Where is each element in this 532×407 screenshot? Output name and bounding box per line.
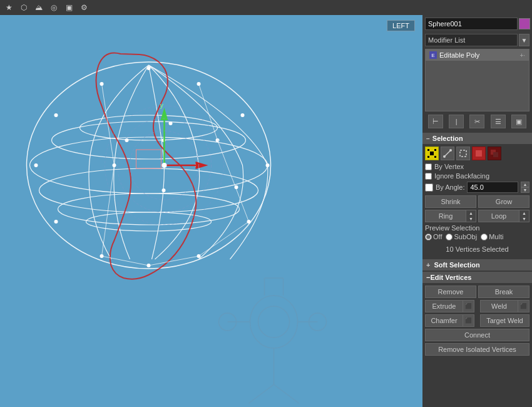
toolbar-gear-icon[interactable]: ⚙ [78, 1, 90, 14]
loop-spin-up[interactable]: ▲ [519, 210, 529, 216]
edit-vertices-header[interactable]: − Edit Vertices [422, 272, 532, 283]
mod-toolbar-pin-icon[interactable]: ⊢ [428, 115, 443, 128]
preview-radio-row: Off SubObj Multi [425, 233, 529, 240]
preview-off-label[interactable]: Off [425, 233, 442, 240]
extrude-settings-button[interactable]: ⬛ [463, 300, 474, 312]
btn-gap [476, 300, 478, 312]
object-name-row [422, 15, 532, 33]
weld-settings-button[interactable]: ⬛ [518, 300, 529, 312]
toolbar-grid-icon[interactable]: ▣ [63, 1, 75, 14]
loop-spin-down[interactable]: ▼ [519, 216, 529, 222]
svg-line-45 [274, 384, 299, 403]
mod-toolbar-grid-icon[interactable]: ▣ [511, 115, 526, 128]
extrude-button[interactable]: Extrude [425, 300, 463, 312]
preview-multi-text: Multi [489, 233, 503, 240]
svg-rect-64 [460, 150, 466, 157]
ignore-backfacing-label: Ignore Backfacing [434, 172, 489, 180]
svg-point-8 [147, 66, 151, 70]
ring-button[interactable]: Ring [425, 210, 466, 222]
remove-break-row: Remove Break [425, 286, 529, 298]
svg-rect-57 [427, 149, 429, 151]
ring-spin-up[interactable]: ▲ [466, 210, 476, 216]
by-angle-spin-up[interactable]: ▲ [521, 182, 529, 187]
viewport-svg: y [0, 15, 422, 407]
grow-button[interactable]: Grow [478, 195, 529, 208]
svg-point-10 [241, 113, 245, 117]
selection-header-label: Selection [432, 135, 463, 142]
ring-spinner: ▲ ▼ [466, 210, 476, 222]
svg-point-24 [125, 138, 129, 142]
remove-isolated-button[interactable]: Remove Isolated Vertices [425, 343, 529, 356]
mod-toolbar-cut-icon[interactable]: ✂ [469, 115, 484, 128]
ring-spin-down[interactable]: ▼ [466, 216, 476, 222]
preview-sel-label: Preview Selection [425, 224, 529, 232]
connect-button[interactable]: Connect [425, 329, 529, 341]
preview-off-text: Off [433, 233, 442, 240]
svg-line-54 [199, 84, 218, 140]
viewport[interactable]: LEFT [0, 15, 422, 407]
remove-button[interactable]: Remove [425, 286, 476, 298]
by-vertex-label: By Vertex [434, 163, 464, 170]
svg-point-0 [27, 62, 271, 269]
svg-rect-67 [493, 152, 498, 157]
modifier-add: +· [519, 52, 525, 59]
chamfer-targetweld-row: Chamfer ⬛ Target Weld [425, 314, 529, 327]
loop-button[interactable]: Loop [478, 210, 519, 222]
sel-icon-poly[interactable] [472, 147, 486, 160]
break-button[interactable]: Break [478, 286, 529, 298]
soft-selection-header[interactable]: + Soft Selection [422, 259, 532, 270]
sel-icon-element[interactable] [488, 147, 501, 160]
status-text: 10 Vertices Selected [425, 243, 529, 255]
shrink-button[interactable]: Shrink [425, 195, 476, 208]
object-name-input[interactable] [425, 18, 518, 30]
svg-point-22 [162, 188, 166, 192]
preview-multi-radio[interactable] [481, 234, 488, 240]
selection-header[interactable]: − Selection [422, 133, 532, 144]
toolbar-circle-icon[interactable]: ◎ [48, 1, 60, 14]
chamfer-settings-button[interactable]: ⬛ [463, 314, 474, 327]
target-weld-button[interactable]: Target Weld [480, 314, 529, 327]
svg-line-44 [249, 384, 274, 403]
btn-gap2 [476, 314, 478, 327]
target-weld-group: Target Weld [480, 314, 529, 327]
ignore-backfacing-checkbox[interactable] [425, 173, 432, 180]
svg-rect-59 [427, 156, 429, 158]
weld-group: Weld ⬛ [480, 300, 529, 312]
modifier-list-input[interactable] [425, 34, 518, 46]
color-swatch[interactable] [519, 18, 530, 29]
modifier-item-editablepoly[interactable]: E Editable Poly +· [426, 49, 529, 61]
preview-selection: Preview Selection Off SubObj Multi [425, 224, 529, 240]
main-content: LEFT [0, 15, 532, 407]
loop-item: Loop ▲ ▼ [478, 210, 529, 222]
sel-icon-vertex[interactable] [425, 147, 439, 160]
by-angle-spin-down[interactable]: ▼ [521, 187, 529, 193]
sel-icon-border[interactable] [456, 147, 470, 160]
toolbar-mountain-icon[interactable]: ⛰ [33, 1, 45, 14]
by-vertex-checkbox[interactable] [425, 163, 432, 170]
toolbar-hex-icon[interactable]: ⬡ [18, 1, 30, 14]
chamfer-group: Chamfer ⬛ [425, 314, 474, 327]
sel-icons-row [425, 147, 529, 160]
weld-button[interactable]: Weld [480, 300, 518, 312]
svg-point-4 [58, 193, 240, 225]
preview-subobj-radio[interactable] [446, 234, 453, 240]
preview-subobj-text: SubObj [454, 233, 477, 240]
modifier-label: Editable Poly [439, 51, 479, 59]
svg-point-63 [449, 149, 452, 152]
preview-off-radio[interactable] [425, 234, 432, 240]
svg-rect-65 [476, 150, 482, 157]
preview-multi-label[interactable]: Multi [481, 233, 503, 240]
svg-rect-60 [434, 156, 436, 158]
modifier-list-arrow[interactable]: ▼ [519, 34, 529, 46]
mod-toolbar-bar-icon[interactable]: | [449, 115, 464, 128]
preview-subobj-label[interactable]: SubObj [446, 233, 477, 240]
mod-toolbar-list-icon[interactable]: ☰ [491, 115, 506, 128]
modifier-list-row: ▼ [422, 33, 532, 48]
chamfer-button[interactable]: Chamfer [425, 314, 463, 327]
by-angle-input[interactable] [467, 182, 518, 193]
toolbar-star-icon[interactable]: ★ [3, 1, 15, 14]
svg-point-38 [258, 306, 290, 337]
by-angle-checkbox[interactable] [425, 183, 433, 192]
svg-point-2 [30, 137, 268, 193]
sel-icon-edge[interactable] [441, 147, 454, 160]
